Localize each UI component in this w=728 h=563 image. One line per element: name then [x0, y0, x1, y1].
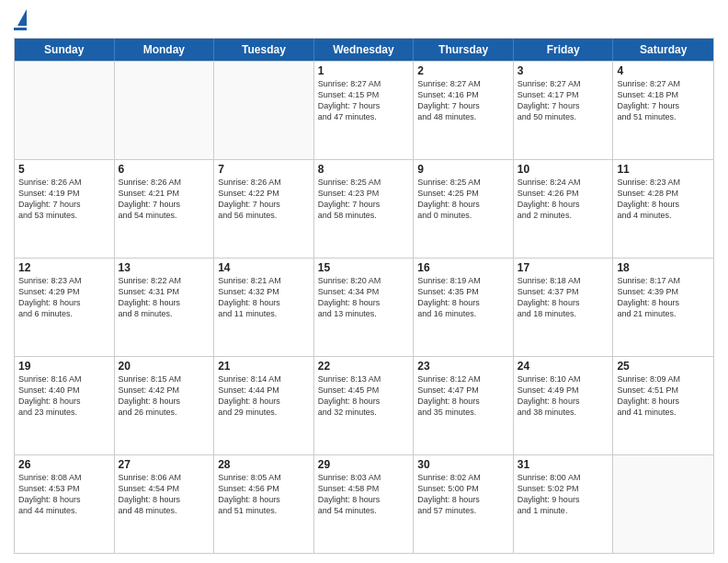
weekday-header: Sunday [15, 39, 115, 61]
day-info: Sunrise: 8:26 AM Sunset: 4:19 PM Dayligh… [18, 177, 110, 222]
calendar-cell: 24Sunrise: 8:10 AM Sunset: 4:49 PM Dayli… [514, 357, 614, 454]
calendar-cell: 10Sunrise: 8:24 AM Sunset: 4:26 PM Dayli… [514, 160, 614, 258]
day-number: 10 [518, 163, 609, 176]
day-info: Sunrise: 8:00 AM Sunset: 5:02 PM Dayligh… [518, 472, 609, 517]
day-info: Sunrise: 8:03 AM Sunset: 4:58 PM Dayligh… [318, 472, 410, 517]
calendar-cell: 16Sunrise: 8:19 AM Sunset: 4:35 PM Dayli… [414, 259, 514, 356]
day-info: Sunrise: 8:23 AM Sunset: 4:28 PM Dayligh… [617, 177, 710, 222]
day-info: Sunrise: 8:05 AM Sunset: 4:56 PM Dayligh… [218, 472, 310, 517]
day-info: Sunrise: 8:10 AM Sunset: 4:49 PM Dayligh… [518, 373, 609, 419]
day-info: Sunrise: 8:25 AM Sunset: 4:25 PM Dayligh… [417, 177, 509, 222]
day-number: 5 [18, 163, 110, 176]
day-number: 16 [417, 261, 509, 274]
day-info: Sunrise: 8:27 AM Sunset: 4:18 PM Dayligh… [617, 78, 710, 123]
calendar-cell: 30Sunrise: 8:02 AM Sunset: 5:00 PM Dayli… [414, 455, 514, 553]
day-info: Sunrise: 8:27 AM Sunset: 4:16 PM Dayligh… [417, 78, 509, 123]
day-number: 19 [18, 360, 110, 373]
day-number: 8 [318, 163, 410, 176]
day-number: 3 [518, 64, 609, 77]
day-info: Sunrise: 8:18 AM Sunset: 4:37 PM Dayligh… [518, 275, 609, 320]
day-info: Sunrise: 8:06 AM Sunset: 4:54 PM Dayligh… [119, 472, 210, 517]
calendar-cell [214, 62, 314, 159]
day-info: Sunrise: 8:24 AM Sunset: 4:26 PM Dayligh… [518, 177, 609, 222]
day-number: 1 [318, 64, 410, 77]
calendar-cell: 2Sunrise: 8:27 AM Sunset: 4:16 PM Daylig… [414, 62, 514, 159]
calendar-week-row: 5Sunrise: 8:26 AM Sunset: 4:19 PM Daylig… [15, 159, 713, 258]
logo-line [14, 28, 27, 30]
day-number: 11 [617, 163, 710, 176]
day-number: 4 [617, 64, 710, 77]
day-info: Sunrise: 8:15 AM Sunset: 4:42 PM Dayligh… [119, 373, 210, 419]
day-number: 2 [417, 64, 509, 77]
logo-triangle-icon [17, 9, 27, 26]
day-info: Sunrise: 8:16 AM Sunset: 4:40 PM Dayligh… [18, 373, 110, 419]
day-number: 23 [417, 360, 509, 373]
day-number: 29 [318, 458, 410, 471]
day-number: 13 [119, 261, 210, 274]
day-number: 22 [318, 360, 410, 373]
day-number: 21 [218, 360, 310, 373]
weekday-header: Thursday [414, 39, 514, 61]
day-number: 6 [119, 163, 210, 176]
day-info: Sunrise: 8:13 AM Sunset: 4:45 PM Dayligh… [318, 373, 410, 419]
day-info: Sunrise: 8:12 AM Sunset: 4:47 PM Dayligh… [417, 373, 509, 419]
day-info: Sunrise: 8:19 AM Sunset: 4:35 PM Dayligh… [417, 275, 509, 320]
day-info: Sunrise: 8:20 AM Sunset: 4:34 PM Dayligh… [318, 275, 410, 320]
calendar-cell: 9Sunrise: 8:25 AM Sunset: 4:25 PM Daylig… [414, 160, 514, 258]
day-number: 7 [218, 163, 310, 176]
day-number: 14 [218, 261, 310, 274]
day-info: Sunrise: 8:08 AM Sunset: 4:53 PM Dayligh… [18, 472, 110, 517]
calendar-cell: 27Sunrise: 8:06 AM Sunset: 4:54 PM Dayli… [115, 455, 215, 553]
day-info: Sunrise: 8:26 AM Sunset: 4:21 PM Dayligh… [119, 177, 210, 222]
day-info: Sunrise: 8:26 AM Sunset: 4:22 PM Dayligh… [218, 177, 310, 222]
calendar-cell: 19Sunrise: 8:16 AM Sunset: 4:40 PM Dayli… [15, 357, 115, 454]
calendar-week-row: 1Sunrise: 8:27 AM Sunset: 4:15 PM Daylig… [15, 61, 713, 159]
calendar-cell: 17Sunrise: 8:18 AM Sunset: 4:37 PM Dayli… [514, 259, 614, 356]
calendar-cell: 7Sunrise: 8:26 AM Sunset: 4:22 PM Daylig… [214, 160, 314, 258]
calendar-cell: 4Sunrise: 8:27 AM Sunset: 4:18 PM Daylig… [613, 62, 713, 159]
calendar-cell: 20Sunrise: 8:15 AM Sunset: 4:42 PM Dayli… [115, 357, 215, 454]
calendar-cell: 31Sunrise: 8:00 AM Sunset: 5:02 PM Dayli… [514, 455, 614, 553]
day-info: Sunrise: 8:27 AM Sunset: 4:17 PM Dayligh… [518, 78, 609, 123]
day-number: 24 [518, 360, 609, 373]
calendar-cell: 12Sunrise: 8:23 AM Sunset: 4:29 PM Dayli… [15, 259, 115, 356]
calendar-cell: 18Sunrise: 8:17 AM Sunset: 4:39 PM Dayli… [613, 259, 713, 356]
weekday-header: Friday [514, 39, 614, 61]
calendar-cell: 25Sunrise: 8:09 AM Sunset: 4:51 PM Dayli… [613, 357, 713, 454]
day-number: 27 [119, 458, 210, 471]
day-number: 18 [617, 261, 710, 274]
day-number: 12 [18, 261, 110, 274]
day-number: 26 [18, 458, 110, 471]
calendar-cell: 13Sunrise: 8:22 AM Sunset: 4:31 PM Dayli… [115, 259, 215, 356]
calendar-cell: 3Sunrise: 8:27 AM Sunset: 4:17 PM Daylig… [514, 62, 614, 159]
day-number: 31 [518, 458, 609, 471]
weekday-header: Tuesday [214, 39, 314, 61]
logo [14, 9, 27, 30]
calendar: SundayMondayTuesdayWednesdayThursdayFrid… [14, 38, 714, 554]
weekday-header: Saturday [613, 39, 713, 61]
calendar-cell: 14Sunrise: 8:21 AM Sunset: 4:32 PM Dayli… [214, 259, 314, 356]
day-info: Sunrise: 8:27 AM Sunset: 4:15 PM Dayligh… [318, 78, 410, 123]
day-info: Sunrise: 8:22 AM Sunset: 4:31 PM Dayligh… [119, 275, 210, 320]
day-number: 25 [617, 360, 710, 373]
calendar-cell: 21Sunrise: 8:14 AM Sunset: 4:44 PM Dayli… [214, 357, 314, 454]
day-number: 30 [417, 458, 509, 471]
calendar-cell: 6Sunrise: 8:26 AM Sunset: 4:21 PM Daylig… [115, 160, 215, 258]
day-number: 15 [318, 261, 410, 274]
calendar-week-row: 12Sunrise: 8:23 AM Sunset: 4:29 PM Dayli… [15, 258, 713, 356]
page: SundayMondayTuesdayWednesdayThursdayFrid… [0, 0, 728, 563]
calendar-cell: 11Sunrise: 8:23 AM Sunset: 4:28 PM Dayli… [613, 160, 713, 258]
calendar-cell: 5Sunrise: 8:26 AM Sunset: 4:19 PM Daylig… [15, 160, 115, 258]
calendar-body: 1Sunrise: 8:27 AM Sunset: 4:15 PM Daylig… [15, 61, 713, 553]
calendar-header: SundayMondayTuesdayWednesdayThursdayFrid… [15, 39, 713, 61]
calendar-cell: 29Sunrise: 8:03 AM Sunset: 4:58 PM Dayli… [314, 455, 415, 553]
weekday-header: Wednesday [314, 39, 415, 61]
day-info: Sunrise: 8:17 AM Sunset: 4:39 PM Dayligh… [617, 275, 710, 320]
calendar-week-row: 26Sunrise: 8:08 AM Sunset: 4:53 PM Dayli… [15, 454, 713, 553]
calendar-cell [613, 455, 713, 553]
day-number: 20 [119, 360, 210, 373]
weekday-header: Monday [115, 39, 215, 61]
calendar-cell [115, 62, 215, 159]
calendar-cell: 8Sunrise: 8:25 AM Sunset: 4:23 PM Daylig… [314, 160, 415, 258]
calendar-cell: 1Sunrise: 8:27 AM Sunset: 4:15 PM Daylig… [314, 62, 415, 159]
